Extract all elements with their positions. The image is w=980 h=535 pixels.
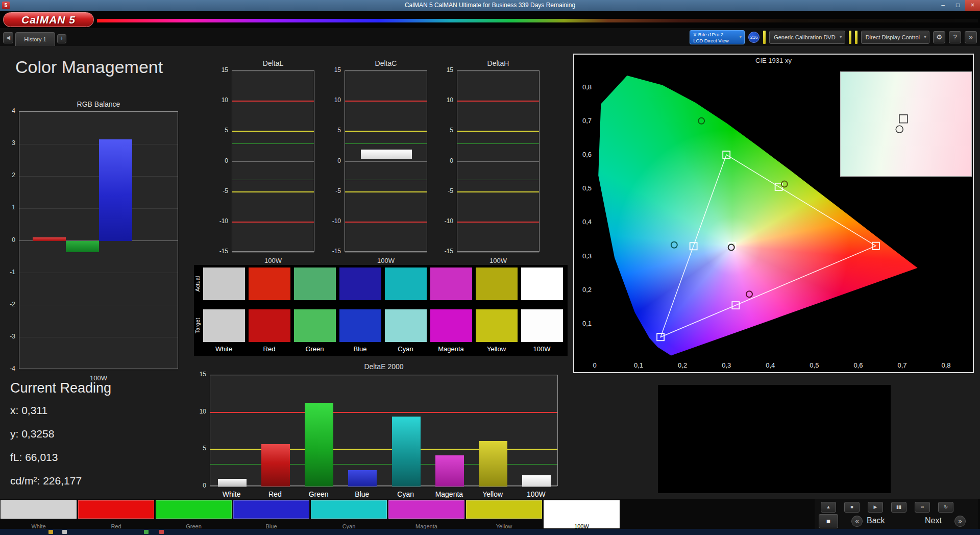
advanced-panel-button[interactable]: »	[965, 31, 977, 43]
next-button[interactable]: Next	[925, 516, 942, 525]
add-tab-button[interactable]: +	[57, 34, 66, 43]
pause-button[interactable]: ▮▮	[891, 502, 906, 513]
cie-x-tick-label: 0,2	[672, 361, 693, 369]
deltal-chart: DeltaL151050-5-10-15100W	[211, 59, 320, 269]
category-label-White: White	[210, 490, 253, 498]
meter-line2: LCD Direct View	[693, 38, 737, 44]
pattern-window-button[interactable]: ■	[819, 514, 838, 528]
reference-line	[210, 412, 557, 413]
pattern-button-cyan[interactable]: Cyan	[311, 500, 387, 528]
cie-y-tick-label: 0,4	[576, 218, 592, 226]
chevron-down-icon: ▼	[839, 31, 843, 43]
reference-line	[345, 143, 427, 144]
close-button[interactable]: ×	[965, 0, 980, 11]
swatch-actual-red	[249, 268, 290, 300]
grid-line	[345, 71, 427, 71]
grid-line	[19, 176, 178, 177]
reference-line	[457, 131, 539, 132]
separator-bar	[855, 31, 857, 44]
y-tick-label: -5	[324, 187, 341, 194]
grid-line	[457, 71, 539, 71]
pattern-button-yellow[interactable]: Yellow	[466, 500, 542, 528]
source-dropdown[interactable]: Generic Calibration DVD ▼	[769, 31, 845, 44]
stop-button[interactable]: ■	[844, 502, 860, 513]
y-tick-label: 2	[0, 172, 15, 179]
rgb-balance-chart: RGB Balance43210-1-2-3-4100W	[0, 100, 189, 394]
grid-line	[232, 161, 314, 162]
reference-line	[232, 143, 314, 144]
bar-Cyan	[392, 417, 421, 487]
swatch-column-label: Magenta	[428, 345, 474, 353]
y-tick-label: 1	[0, 204, 15, 211]
pattern-color-block	[1, 500, 77, 519]
back-arrow-button[interactable]: «	[851, 516, 863, 527]
refresh-button[interactable]: ↻	[938, 502, 953, 513]
y-tick-label: 0	[211, 157, 228, 164]
taskbar-icon[interactable]	[159, 530, 164, 534]
cie-x-tick-label: 0,8	[936, 361, 957, 369]
chart-rgb-title: RGB Balance	[19, 100, 178, 108]
pattern-color-block	[466, 500, 542, 519]
cie-chart-title: CIE 1931 xy	[574, 57, 973, 64]
swatch-actual-white	[203, 268, 245, 300]
swatch-actual-blue	[339, 268, 381, 300]
chart-de-plot-area	[210, 375, 558, 486]
gamut-triangle	[660, 155, 876, 337]
reference-line	[345, 131, 427, 132]
bar-Green	[66, 241, 99, 252]
swatch-column-label: Cyan	[383, 345, 428, 353]
chart-dh-title: DeltaH	[457, 59, 540, 67]
swatch-target-green	[294, 309, 336, 342]
swatch-column-label: Green	[292, 345, 337, 353]
minimize-button[interactable]: –	[936, 0, 950, 11]
tab-history-1[interactable]: History 1	[15, 32, 55, 46]
meter-dropdown[interactable]: X-Rite i1Pro 2 LCD Direct View ▼	[690, 30, 745, 44]
transport-controls: ■ « Back Next » ▲■▶▮▮∞↻	[815, 499, 978, 529]
help-button[interactable]: ?	[949, 31, 961, 43]
reference-line	[345, 101, 427, 102]
taskbar-icon[interactable]	[48, 530, 53, 534]
reference-line	[457, 101, 539, 102]
settings-gear-button[interactable]: ⚙	[933, 31, 945, 43]
reading-count-badge: 216	[748, 32, 760, 43]
swatch-target-magenta	[430, 309, 472, 342]
eject-button[interactable]: ▲	[821, 502, 836, 513]
display-dropdown[interactable]: Direct Display Control ▼	[861, 31, 929, 44]
pattern-button-red[interactable]: Red	[78, 500, 154, 528]
pattern-color-block	[233, 500, 309, 519]
y-tick-label: 3	[0, 139, 15, 147]
loop-button[interactable]: ∞	[915, 502, 930, 513]
next-arrow-button[interactable]: »	[954, 516, 966, 527]
chart-dh-plot-area	[457, 70, 540, 252]
x-axis-label: 100W	[345, 257, 427, 264]
pattern-button-white[interactable]: White	[1, 500, 77, 528]
chart-dl-title: DeltaL	[232, 59, 314, 67]
y-tick-label: -1	[0, 269, 15, 276]
y-tick-label: 10	[211, 96, 228, 104]
y-tick-label: 4	[0, 107, 15, 114]
pattern-button-blue[interactable]: Blue	[233, 500, 309, 528]
taskbar-icon[interactable]	[62, 530, 67, 534]
grid-line	[345, 161, 427, 162]
maximize-button[interactable]: □	[950, 0, 965, 11]
pattern-color-block	[156, 500, 232, 519]
separator-bar	[763, 31, 766, 44]
pattern-button-green[interactable]: Green	[156, 500, 232, 528]
calman-logo: CalMAN 5	[3, 12, 94, 27]
cie-x-tick-label: 0,7	[892, 361, 913, 369]
swatch-column-label: 100W	[519, 345, 565, 353]
nav-back-button[interactable]: ◀	[3, 32, 13, 43]
pattern-button-magenta[interactable]: Magenta	[388, 500, 464, 528]
pattern-button-100w[interactable]: 100W	[544, 500, 620, 528]
category-label-Green: Green	[297, 490, 340, 498]
play-button[interactable]: ▶	[868, 502, 883, 513]
swatch-column-label: Red	[247, 345, 292, 353]
bar-Yellow	[479, 441, 507, 487]
y-tick-label: 0	[0, 236, 15, 244]
back-button[interactable]: Back	[867, 516, 885, 525]
y-tick-label: 15	[436, 66, 453, 74]
swatch-row-label-target: Target	[194, 309, 202, 342]
taskbar-icon[interactable]	[144, 530, 149, 534]
actual-target-swatch-grid: WhiteRedGreenBlueCyanMagentaYellow100WAc…	[194, 265, 568, 356]
inset-target-marker	[899, 115, 908, 123]
